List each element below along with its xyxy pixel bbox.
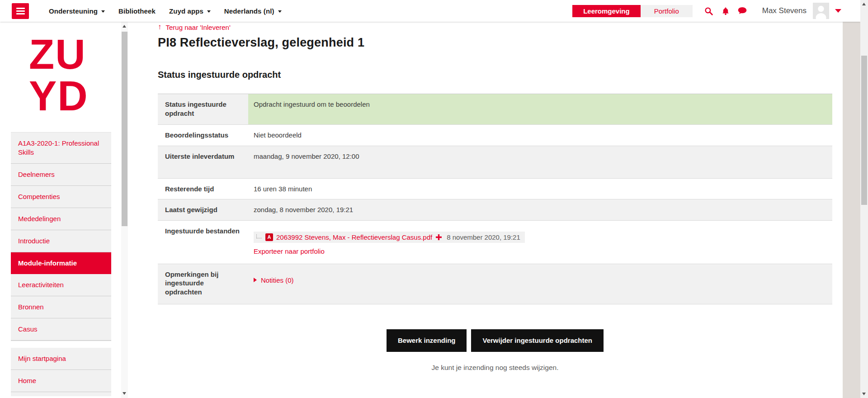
row-label: Resterende tijd: [158, 179, 248, 199]
hamburger-menu-icon: [16, 13, 25, 14]
sidebar-item-mijn-startpagina[interactable]: Mijn startpagina: [11, 348, 111, 370]
zuyd-logo[interactable]: ZU YD: [29, 33, 128, 117]
zuyd-logo-line1: ZU: [29, 33, 128, 75]
messages-chat-icon[interactable]: [738, 6, 747, 15]
sidebar-item-module-informatie[interactable]: Module-informatie: [11, 252, 111, 274]
table-row: Ingestuurde bestanden A 2063992 Stevens,…: [158, 221, 832, 264]
user-name[interactable]: Max Stevens: [762, 6, 807, 15]
row-label: Ingestuurde bestanden: [158, 221, 248, 264]
submitted-file-link[interactable]: 2063992 Stevens, Max - Reflectieverslag …: [276, 233, 432, 242]
scroll-down-arrow-icon[interactable]: [123, 392, 126, 395]
sidebar-item-casus[interactable]: Casus: [11, 318, 111, 341]
submission-note: Je kunt je inzending nog steeds wijzigen…: [158, 364, 832, 372]
row-label: Uiterste inleverdatum: [158, 146, 248, 178]
comments-toggle[interactable]: Notities (0): [254, 276, 294, 285]
menu-divider: [11, 341, 111, 348]
table-row: Status ingestuurde opdracht Opdracht ing…: [158, 94, 832, 125]
user-menu-caret-icon[interactable]: [835, 9, 841, 13]
row-label: Beoordelingsstatus: [158, 125, 248, 146]
nav-item-ondersteuning[interactable]: Ondersteuning: [49, 7, 105, 15]
hamburger-menu-icon: [16, 10, 25, 12]
scroll-up-arrow-icon[interactable]: [123, 25, 126, 28]
avatar[interactable]: [813, 3, 829, 19]
table-row: Laatst gewijzigd zondag, 8 november 2020…: [158, 199, 832, 221]
export-to-portfolio-link[interactable]: Exporteer naar portfolio: [254, 247, 325, 256]
sidebar-item-introductie[interactable]: Introductie: [11, 230, 111, 252]
sidebar: ZU YD A1A3-2020-1: Professional Skills D…: [0, 22, 128, 398]
hamburger-menu-button[interactable]: [12, 3, 29, 19]
row-label: Status ingestuurde opdracht: [158, 94, 248, 124]
chevron-down-icon: [278, 10, 282, 13]
sidebar-scrollbar-thumb[interactable]: [122, 32, 127, 226]
header-right-group: Leeromgeving Portfolio Max St: [572, 3, 841, 19]
nav-item-label: Ondersteuning: [49, 7, 98, 15]
header-icon-group: [704, 6, 747, 15]
delete-submission-button[interactable]: Verwijder ingestuurde opdrachten: [471, 329, 604, 352]
sidebar-item-mededelingen[interactable]: Mededelingen: [11, 208, 111, 230]
top-navigation: Ondersteuning Bibliotheek Zuyd apps Nede…: [49, 7, 282, 15]
nav-item-zuyd-apps[interactable]: Zuyd apps: [169, 7, 211, 15]
submission-status-value: Opdracht ingestuurd om te beoordelen: [248, 94, 832, 124]
submitted-files-cell: A 2063992 Stevens, Max - Reflectieversla…: [248, 221, 832, 264]
page-background-gutter: [843, 22, 860, 398]
triangle-right-icon: [254, 278, 257, 282]
sidebar-item-course[interactable]: A1A3-2020-1: Professional Skills: [11, 132, 111, 164]
sidebar-scrollbar[interactable]: [121, 22, 128, 398]
search-icon[interactable]: [704, 6, 713, 15]
page-scrollbar-thumb[interactable]: [861, 56, 867, 205]
edit-submission-button[interactable]: Bewerk inzending: [387, 329, 467, 352]
tab-leeromgeving[interactable]: Leeromgeving: [572, 5, 641, 17]
page-scrollbar[interactable]: [860, 0, 868, 398]
chevron-down-icon: [101, 10, 105, 13]
action-buttons: Bewerk inzending Verwijder ingestuurde o…: [158, 329, 832, 352]
page-title: PI8 Reflectieverslag, gelegenheid 1: [158, 36, 843, 50]
submission-status-table: Status ingestuurde opdracht Opdracht ing…: [158, 94, 832, 304]
last-modified-value: zondag, 8 november 2020, 19:21: [248, 199, 832, 220]
nav-item-bibliotheek[interactable]: Bibliotheek: [118, 7, 156, 15]
scroll-down-arrow-icon[interactable]: [862, 393, 866, 395]
scroll-up-arrow-icon[interactable]: [862, 3, 866, 5]
table-row: Opmerkingen bij ingestuurde opdrachten N…: [158, 264, 832, 304]
sidebar-item-bronnen[interactable]: Bronnen: [11, 296, 111, 318]
back-link[interactable]: ↑ Terug naar 'Inleveren': [158, 23, 231, 32]
table-row: Resterende tijd 16 uren 38 minuten: [158, 179, 832, 200]
nav-item-label: Zuyd apps: [169, 7, 203, 15]
table-row: Beoordelingsstatus Niet beoordeeld: [158, 125, 832, 146]
chevron-down-icon: [207, 10, 211, 13]
sidebar-item-leeractiviteiten[interactable]: Leeractiviteiten: [11, 274, 111, 296]
top-header: Ondersteuning Bibliotheek Zuyd apps Nede…: [0, 0, 860, 22]
course-menu: A1A3-2020-1: Professional Skills Deelnem…: [11, 132, 111, 396]
up-arrow-icon: ↑: [158, 23, 162, 32]
notifications-bell-icon[interactable]: [721, 6, 730, 15]
row-label: Laatst gewijzigd: [158, 199, 248, 220]
sidebar-item-competenties[interactable]: Competenties: [11, 186, 111, 208]
tree-branch-icon: [256, 234, 262, 238]
file-item: A 2063992 Stevens, Max - Reflectieversla…: [254, 232, 525, 243]
notities-link[interactable]: Notities (0): [261, 276, 294, 285]
sidebar-item-deelnemers[interactable]: Deelnemers: [11, 164, 111, 186]
sidebar-item-partial[interactable]: [11, 392, 111, 396]
table-row: Uiterste inleverdatum maandag, 9 novembe…: [158, 146, 832, 179]
time-remaining-value: 16 uren 38 minuten: [248, 179, 832, 199]
file-date: 8 november 2020, 19:21: [447, 233, 520, 242]
nav-item-label: Bibliotheek: [118, 7, 156, 15]
pdf-file-icon: A: [265, 233, 273, 241]
submission-comments-cell: Notities (0): [248, 264, 832, 304]
sidebar-item-home[interactable]: Home: [11, 370, 111, 392]
nav-item-label: Nederlands (nl): [224, 7, 274, 15]
export-plus-icon[interactable]: [435, 234, 442, 241]
tab-portfolio[interactable]: Portfolio: [641, 5, 693, 17]
main-content: ↑ Terug naar 'Inleveren' PI8 Reflectieve…: [128, 22, 843, 398]
back-link-label: Terug naar 'Inleveren': [166, 24, 231, 31]
section-heading: Status ingestuurde opdracht: [158, 70, 843, 80]
hamburger-menu-icon: [16, 8, 25, 9]
zuyd-logo-line2: YD: [29, 75, 128, 117]
nav-item-language[interactable]: Nederlands (nl): [224, 7, 282, 15]
grading-status-value: Niet beoordeeld: [248, 125, 832, 146]
due-date-value: maandag, 9 november 2020, 12:00: [248, 146, 832, 178]
row-label: Opmerkingen bij ingestuurde opdrachten: [158, 264, 248, 304]
